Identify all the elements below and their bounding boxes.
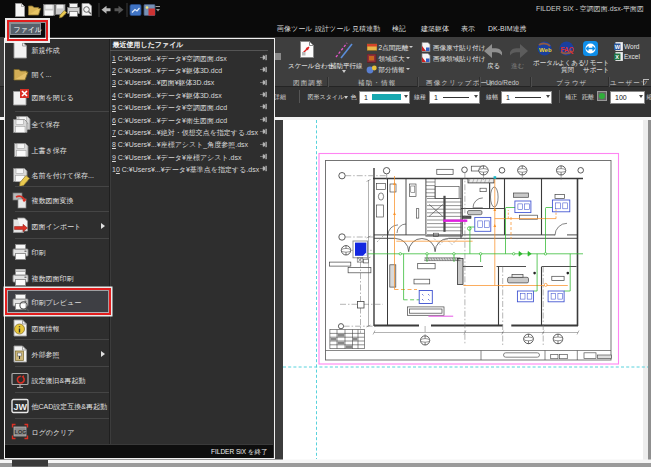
svg-text:W: W [614,44,620,50]
svg-text:X: X [615,54,619,60]
svg-text:LOG: LOG [14,429,26,435]
svg-text:FAQ: FAQ [561,45,574,53]
svg-text:Web: Web [539,46,552,52]
svg-text:JW: JW [13,401,27,411]
